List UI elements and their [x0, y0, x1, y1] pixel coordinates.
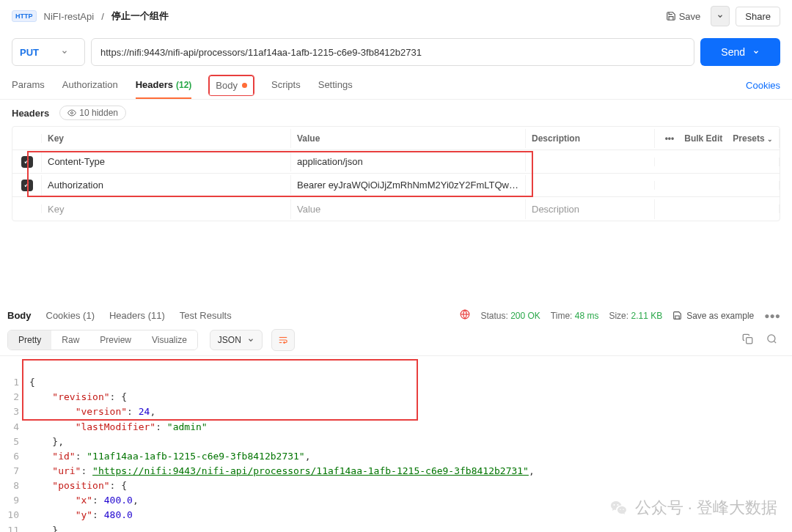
checkbox-icon[interactable]: ✓: [21, 156, 33, 168]
wrap-icon: [277, 335, 289, 345]
search-icon[interactable]: [766, 333, 777, 347]
header-key[interactable]: Content-Type: [42, 152, 291, 171]
chevron-down-icon: [61, 48, 68, 56]
svg-point-0: [71, 112, 73, 114]
time-block: Time: 48 ms: [551, 311, 599, 321]
url-input[interactable]: [91, 38, 694, 66]
format-label: JSON: [218, 335, 241, 345]
response-code: 1{ 2 "revision": { 3 "version": 24, 4 "l…: [0, 356, 792, 532]
globe-icon: [460, 309, 470, 319]
desc-input[interactable]: Description: [526, 199, 655, 219]
share-button[interactable]: Share: [736, 7, 780, 26]
tab-params[interactable]: Params: [12, 72, 45, 99]
save-example-label: Save as example: [686, 311, 754, 321]
tab-settings[interactable]: Settings: [318, 72, 353, 99]
response-tabs-row: Body Cookies (1) Headers (11) Test Resul…: [0, 302, 792, 325]
time-value: 48 ms: [575, 311, 599, 321]
tab-body-label: Body: [216, 80, 238, 91]
bulk-edit-button[interactable]: Bulk Edit: [684, 133, 722, 144]
tab-authorization[interactable]: Authorization: [62, 72, 118, 99]
resp-tab-tests[interactable]: Test Results: [180, 310, 232, 321]
header-value[interactable]: application/json: [291, 152, 526, 171]
top-actions: Save Share: [661, 6, 780, 26]
tab-scripts[interactable]: Scripts: [271, 72, 301, 99]
more-icon[interactable]: ●●●: [764, 311, 780, 321]
copy-icon[interactable]: [742, 333, 753, 347]
response-tabs: Body Cookies (1) Headers (11) Test Resul…: [7, 310, 232, 321]
value-input[interactable]: Value: [291, 199, 526, 219]
body-indicator-icon: [242, 83, 247, 88]
chevron-down-icon: [716, 12, 724, 20]
http-badge-icon: HTTP: [12, 10, 37, 22]
tab-headers-count: (12): [176, 80, 191, 90]
resp-tab-headers[interactable]: Headers (11): [109, 310, 165, 321]
header-desc[interactable]: [526, 158, 655, 166]
view-preview[interactable]: Preview: [89, 330, 142, 350]
col-key: Key: [42, 129, 291, 148]
network-icon[interactable]: [460, 309, 470, 322]
hidden-count-label: 10 hidden: [79, 108, 118, 118]
view-raw[interactable]: Raw: [51, 330, 89, 350]
send-button[interactable]: Send: [700, 38, 780, 66]
headers-subheader: Headers 10 hidden: [0, 100, 792, 126]
view-pretty[interactable]: Pretty: [8, 330, 51, 350]
breadcrumb: HTTP NiFI-restApi / 停止一个组件: [12, 10, 169, 23]
format-dropdown[interactable]: JSON: [210, 330, 263, 350]
table-row-new[interactable]: Key Value Description: [12, 197, 780, 221]
table-header: Key Value Description ••• Bulk Edit Pres…: [12, 127, 780, 150]
breadcrumb-current: 停止一个组件: [111, 10, 169, 23]
header-desc[interactable]: [526, 181, 655, 190]
save-button[interactable]: Save: [661, 8, 705, 25]
view-visualize[interactable]: Visualize: [142, 330, 197, 350]
eye-icon: [67, 108, 76, 117]
resp-tab-body[interactable]: Body: [7, 310, 32, 321]
size-value: 2.11 KB: [631, 311, 662, 321]
status-value: 200 OK: [510, 311, 540, 321]
cookies-link[interactable]: Cookies: [746, 80, 780, 91]
svg-point-6: [768, 335, 775, 342]
breadcrumb-workspace[interactable]: NiFI-restApi: [44, 11, 95, 22]
chevron-down-icon: [752, 48, 760, 56]
response-meta: Status: 200 OK Time: 48 ms Size: 2.11 KB…: [460, 309, 780, 322]
request-tabs-row: Params Authorization Headers (12) Body S…: [0, 72, 792, 100]
view-segment: Pretty Raw Preview Visualize: [7, 330, 198, 350]
chevron-down-icon: [247, 336, 254, 344]
table-row[interactable]: ✓ Content-Type application/json: [12, 150, 780, 174]
send-label: Send: [721, 46, 745, 58]
topbar: HTTP NiFI-restApi / 停止一个组件 Save Share: [0, 0, 792, 32]
more-icon[interactable]: •••: [665, 133, 675, 144]
size-block: Size: 2.11 KB: [609, 311, 662, 321]
svg-rect-5: [747, 338, 752, 344]
header-value[interactable]: Bearer eyJraWQiOiJjZmRhNmM2Yi0zY2FmLTQwY…: [291, 175, 526, 195]
table-actions: ••• Bulk Edit Presets ⌄: [655, 129, 780, 148]
key-input[interactable]: Key: [42, 199, 291, 219]
header-key[interactable]: Authorization: [42, 175, 291, 195]
code-block[interactable]: 1{ 2 "revision": { 3 "version": 24, 4 "l…: [0, 356, 792, 532]
request-row: PUT Send: [0, 32, 792, 72]
svg-line-7: [774, 341, 776, 343]
presets-button[interactable]: Presets ⌄: [733, 133, 773, 144]
tab-headers-label: Headers: [136, 79, 173, 90]
headers-table: Key Value Description ••• Bulk Edit Pres…: [12, 126, 780, 221]
status-block: Status: 200 OK: [480, 311, 540, 321]
hidden-headers-toggle[interactable]: 10 hidden: [59, 106, 126, 120]
headers-label: Headers: [12, 108, 49, 119]
save-label: Save: [679, 11, 701, 22]
table-row[interactable]: ✓ Authorization Bearer eyJraWQiOiJjZmRhN…: [12, 174, 780, 197]
save-icon: [666, 11, 676, 21]
checkbox-icon[interactable]: ✓: [21, 180, 33, 191]
tab-body[interactable]: Body: [209, 75, 254, 95]
save-as-example-button[interactable]: Save as example: [672, 311, 754, 321]
resp-tab-cookies[interactable]: Cookies (1): [46, 310, 95, 321]
col-description: Description: [526, 129, 655, 148]
method-select[interactable]: PUT: [12, 38, 85, 66]
response-area: Body Cookies (1) Headers (11) Test Resul…: [0, 302, 792, 532]
method-label: PUT: [20, 47, 39, 58]
save-dropdown[interactable]: [711, 6, 730, 26]
tab-headers[interactable]: Headers (12): [136, 72, 192, 99]
request-tabs: Params Authorization Headers (12) Body S…: [12, 72, 353, 99]
wrap-lines-button[interactable]: [271, 329, 295, 351]
breadcrumb-sep: /: [101, 11, 104, 22]
col-value: Value: [291, 129, 526, 148]
save-icon: [672, 311, 682, 320]
